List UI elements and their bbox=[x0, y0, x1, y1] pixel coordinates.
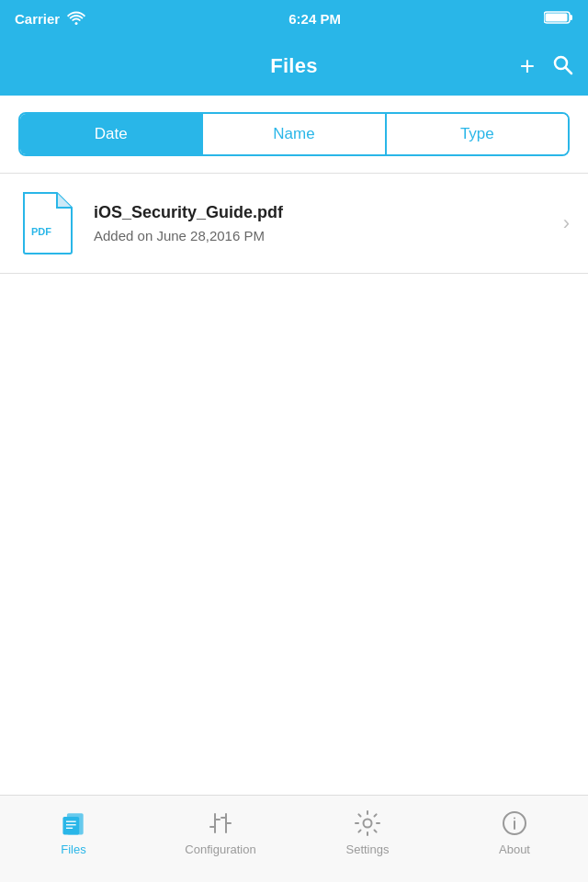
add-button[interactable]: + bbox=[520, 53, 535, 79]
svg-point-21 bbox=[514, 818, 515, 820]
carrier-label: Carrier bbox=[15, 11, 60, 27]
svg-rect-3 bbox=[570, 15, 572, 20]
svg-point-18 bbox=[364, 820, 372, 828]
file-info: iOS_Security_Guide.pdf Added on June 28,… bbox=[94, 203, 556, 243]
svg-point-0 bbox=[75, 22, 78, 25]
files-icon bbox=[59, 808, 88, 838]
tab-files[interactable]: Files bbox=[0, 805, 147, 856]
svg-rect-8 bbox=[62, 817, 79, 835]
svg-rect-2 bbox=[546, 13, 568, 21]
tab-configuration-label: Configuration bbox=[185, 842, 255, 856]
search-button[interactable] bbox=[551, 53, 573, 79]
tab-name[interactable]: Name bbox=[203, 114, 386, 154]
sort-tabs: Date Name Type bbox=[18, 112, 570, 156]
chevron-right-icon: › bbox=[563, 211, 570, 235]
tab-bar: Files Configuration Settings bbox=[0, 795, 588, 882]
svg-line-5 bbox=[566, 68, 572, 74]
nav-bar: Files + bbox=[0, 37, 588, 96]
file-icon: PDF bbox=[18, 190, 77, 256]
page-title: Files bbox=[270, 54, 318, 78]
file-name: iOS_Security_Guide.pdf bbox=[94, 203, 556, 222]
tab-type[interactable]: Type bbox=[387, 114, 568, 154]
about-icon bbox=[500, 808, 529, 838]
settings-icon bbox=[353, 808, 382, 838]
table-row[interactable]: PDF iOS_Security_Guide.pdf Added on June… bbox=[0, 174, 588, 274]
wifi-icon bbox=[67, 10, 85, 28]
tab-settings[interactable]: Settings bbox=[294, 805, 441, 856]
tab-about-label: About bbox=[499, 842, 530, 856]
time-label: 6:24 PM bbox=[288, 11, 341, 27]
tab-about[interactable]: About bbox=[441, 805, 588, 856]
battery-icon bbox=[544, 10, 573, 28]
file-list: PDF iOS_Security_Guide.pdf Added on June… bbox=[0, 174, 588, 274]
configuration-icon bbox=[206, 808, 235, 838]
status-bar: Carrier 6:24 PM bbox=[0, 0, 588, 37]
tab-files-label: Files bbox=[61, 842, 85, 856]
svg-text:PDF: PDF bbox=[31, 226, 51, 237]
tab-settings-label: Settings bbox=[346, 842, 390, 856]
tab-date[interactable]: Date bbox=[20, 114, 203, 154]
file-date: Added on June 28,2016 PM bbox=[94, 228, 556, 243]
tab-configuration[interactable]: Configuration bbox=[147, 805, 294, 856]
